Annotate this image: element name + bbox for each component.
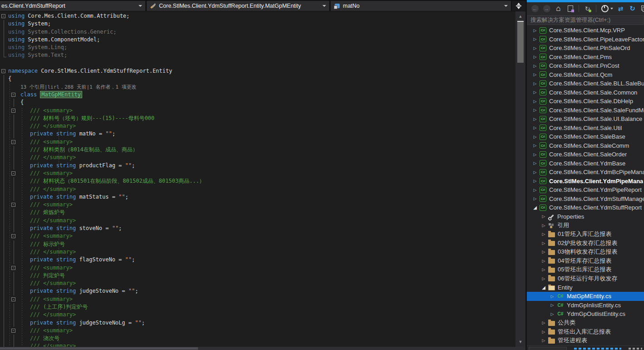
tree-item[interactable]: ▷Core.StlMes.Client.Pms xyxy=(527,53,644,62)
outline-collapse-box[interactable]: - xyxy=(11,171,15,175)
editor-horizontal-scrollbar[interactable] xyxy=(0,347,525,350)
scrollbar-thumb[interactable] xyxy=(0,347,198,350)
tree-item[interactable]: ▷管坯出入库汇总报表 xyxy=(527,327,644,336)
expand-arrow-icon[interactable]: ▷ xyxy=(550,303,555,307)
bottom-tab[interactable] xyxy=(529,347,567,350)
expand-arrow-icon[interactable]: ▷ xyxy=(532,64,538,68)
expand-arrow-icon[interactable]: ▷ xyxy=(532,72,538,77)
tree-item[interactable]: ▷Core.StlMes.Client.YdmBase xyxy=(527,159,644,168)
tree-item[interactable]: ▷01管坯入库汇总报表 xyxy=(527,230,644,239)
expand-arrow-icon[interactable]: ▷ xyxy=(541,330,546,334)
expand-arrow-icon[interactable]: ◢ xyxy=(541,285,546,290)
sync-active-document-button[interactable] xyxy=(583,4,592,13)
outline-collapse-box[interactable]: - xyxy=(11,203,15,207)
expand-arrow-icon[interactable]: ▷ xyxy=(532,188,538,192)
tree-item[interactable]: ▷Core.StlMes.Client.Sale.UI.Balance xyxy=(527,115,644,124)
tree-item[interactable]: ▷Core.StlMes.Client.PnCost xyxy=(527,61,644,70)
tree-item[interactable]: ▷Core.StlMes.Client.YdmStuffManage xyxy=(527,195,644,204)
expand-arrow-icon[interactable]: ▷ xyxy=(532,143,538,148)
forward-button[interactable] xyxy=(542,4,551,13)
tree-item[interactable]: ◢Entity xyxy=(527,283,644,292)
member-dropdown[interactable]: matNo xyxy=(331,1,511,11)
code-area[interactable]: -using Core.Mes.Client.Comm.Attribute;us… xyxy=(0,11,515,347)
tree-item[interactable]: ▷Core.StlMes.Client.Sale.BLL.SaleBus xyxy=(527,79,644,88)
scroll-up-arrow-icon[interactable]: ▲ xyxy=(515,14,525,19)
outline-collapse-box[interactable]: - xyxy=(11,266,15,270)
expand-arrow-icon[interactable]: ▷ xyxy=(532,161,538,165)
collapse-all-button[interactable] xyxy=(640,4,644,13)
switch-views-button[interactable] xyxy=(566,4,575,13)
expand-arrow-icon[interactable]: ▷ xyxy=(541,338,546,343)
back-button[interactable] xyxy=(530,4,539,13)
expand-arrow-icon[interactable]: ▷ xyxy=(541,241,546,245)
expand-arrow-icon[interactable]: ▷ xyxy=(532,46,538,50)
type-dropdown[interactable]: Core.StlMes.Client.YdmStuffReport.Entity… xyxy=(147,1,329,11)
update-button[interactable] xyxy=(628,4,637,13)
expand-arrow-icon[interactable]: ▷ xyxy=(541,250,546,254)
bottom-tab[interactable] xyxy=(629,348,642,350)
search-input[interactable] xyxy=(527,15,644,25)
expand-arrow-icon[interactable]: ▷ xyxy=(532,135,538,139)
chevron-down-icon[interactable] xyxy=(610,8,613,10)
expand-arrow-icon[interactable]: ▷ xyxy=(532,152,538,157)
home-button[interactable] xyxy=(554,4,563,13)
expand-arrow-icon[interactable]: ▷ xyxy=(541,232,546,236)
expand-arrow-icon[interactable]: ▷ xyxy=(532,99,538,104)
outline-collapse-box[interactable]: - xyxy=(11,109,15,113)
split-editor-button[interactable] xyxy=(512,1,525,11)
expand-arrow-icon[interactable]: ▷ xyxy=(532,28,538,33)
scroll-down-arrow-icon[interactable]: ▼ xyxy=(515,340,525,344)
expand-arrow-icon[interactable]: ▷ xyxy=(541,259,546,263)
tree-item[interactable]: ▷Core.StlMes.Client.Qcm xyxy=(527,70,644,80)
outline-collapse-box[interactable]: - xyxy=(11,140,15,144)
tree-item[interactable]: ▷Core.StlMes.Client.PipeLeaveFactory xyxy=(527,35,644,44)
tree-item[interactable]: ▷05管坯出库汇总报表 xyxy=(527,265,644,275)
tree-item[interactable]: ▷Core.StlMes.Client.SaleOrder xyxy=(527,150,644,159)
tree-item[interactable]: ▷Core.StlMes.Client.Sale.Common xyxy=(527,88,644,97)
expand-arrow-icon[interactable]: ▷ xyxy=(532,125,538,130)
tree-item[interactable]: ▷引用 xyxy=(527,221,644,230)
refresh-button[interactable] xyxy=(616,4,625,13)
expand-arrow-icon[interactable]: ▷ xyxy=(541,267,546,272)
tree-item[interactable]: ▷Properties xyxy=(527,212,644,221)
tree-item[interactable]: ▷Core.StlMes.Client.SaleComm xyxy=(527,141,644,150)
expand-arrow-icon[interactable]: ▷ xyxy=(532,90,538,95)
tree-item[interactable]: ▷Core.StlMes.Client.PlnSaleOrd xyxy=(527,44,644,53)
expand-arrow-icon[interactable]: ▷ xyxy=(532,81,538,86)
outline-collapse-box[interactable]: - xyxy=(1,69,5,73)
tree-item[interactable]: ▷YdmGpOutlistEntity.cs xyxy=(527,310,644,319)
outline-collapse-box[interactable]: - xyxy=(11,93,15,97)
expand-arrow-icon[interactable]: ▷ xyxy=(532,108,538,112)
expand-arrow-icon[interactable]: ▷ xyxy=(532,37,538,41)
scrollbar-thumb[interactable] xyxy=(517,21,524,63)
expand-arrow-icon[interactable]: ▷ xyxy=(532,196,538,201)
expand-arrow-icon[interactable]: ▷ xyxy=(532,117,538,121)
outline-collapse-box[interactable]: - xyxy=(1,14,5,18)
tree-item[interactable]: ▷MatGpMEntity.cs xyxy=(527,292,644,301)
tree-item[interactable]: ▷06管坯运行年月收发存 xyxy=(527,274,644,283)
tree-item[interactable]: ▷Core.StlMes.Client.Mcp.VRP xyxy=(527,26,644,35)
tree-item[interactable]: ▷Core.StlMes.Client.SaleBase xyxy=(527,132,644,141)
tree-item[interactable]: ▷YdmGpInlistEntity.cs xyxy=(527,301,644,310)
tree-item[interactable]: ▷02炉批收发存汇总报表 xyxy=(527,239,644,248)
tree-item[interactable]: ▷Core.StlMes.Client.Sale.SaleFundMg xyxy=(527,106,644,115)
expand-arrow-icon[interactable]: ▷ xyxy=(541,214,546,219)
pending-changes-filter-button[interactable] xyxy=(600,4,609,13)
tree-item[interactable]: ▷公共类 xyxy=(527,319,644,328)
expand-arrow-icon[interactable]: ▷ xyxy=(532,170,538,175)
tree-item[interactable]: ▷Core.StlMes.Client.Sale.Util xyxy=(527,124,644,133)
expand-arrow-icon[interactable]: ▷ xyxy=(541,320,546,325)
tree-item[interactable]: ▷Core.StlMes.Client.YdmPipeReport xyxy=(527,185,644,195)
tree-item[interactable]: ▷Core.StlMes.Client.YdmBcPipeMana xyxy=(527,168,644,177)
tree-item[interactable]: ▷管坯进程表 xyxy=(527,336,644,345)
project-dropdown[interactable]: es.Client.YdmStuffReport xyxy=(0,1,145,11)
bottom-tab[interactable] xyxy=(574,348,622,350)
expand-arrow-icon[interactable]: ▷ xyxy=(550,312,555,316)
outline-collapse-box[interactable]: - xyxy=(11,329,15,333)
expand-arrow-icon[interactable]: ▷ xyxy=(532,55,538,59)
expand-arrow-icon[interactable]: ▷ xyxy=(550,294,555,299)
tree-item[interactable]: ▷03物料收发存汇总报表 xyxy=(527,248,644,257)
editor-vertical-scrollbar[interactable]: ▲ ▼ xyxy=(515,11,525,347)
tree-item[interactable]: ◢Core.StlMes.Client.YdmStuffReport xyxy=(527,203,644,212)
tree-item[interactable]: ▷Core.StlMes.Client.Sale.DbHelp xyxy=(527,97,644,106)
